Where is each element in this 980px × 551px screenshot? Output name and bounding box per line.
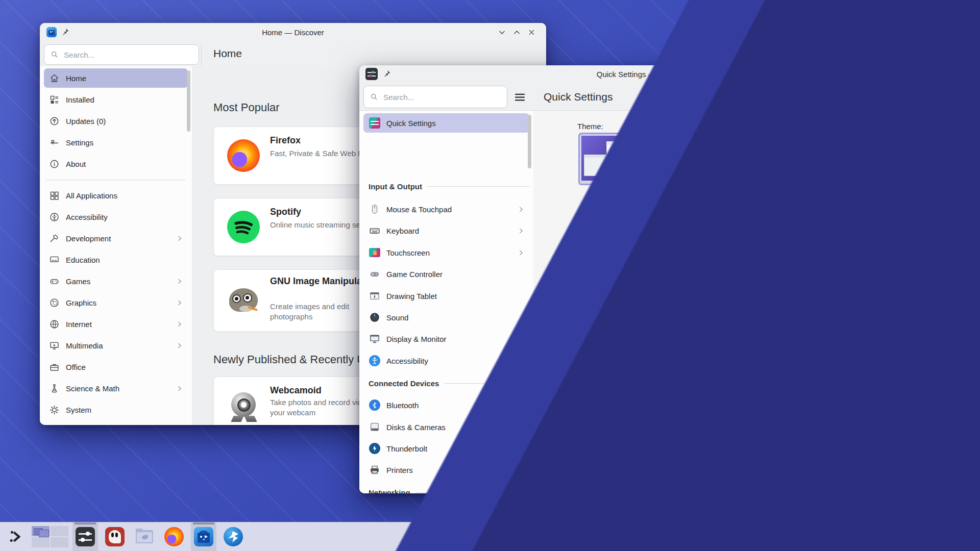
discover-search[interactable] (44, 44, 199, 65)
sidebar-item-games[interactable]: Games (44, 271, 188, 291)
sidebar-item-about[interactable]: About (44, 154, 188, 173)
popup-item-disks-devices[interactable]: Disks & Devices (807, 321, 888, 335)
task-discover[interactable] (191, 522, 216, 551)
sidebar-item-touchscreen[interactable]: Touchscreen (363, 243, 529, 262)
sidebar-scrollbar[interactable] (187, 70, 190, 132)
sidebar-item-accessibility[interactable]: Accessibility (44, 207, 188, 227)
minimize-button[interactable] (901, 68, 916, 80)
ghostwriter-icon (105, 527, 125, 546)
configure-icon[interactable] (901, 239, 912, 251)
app-card-gimp[interactable]: GNU Image Manipulation Create images and… (213, 269, 531, 332)
app-card-firefox[interactable]: Firefox Fast, Private & Safe Web Browser (213, 127, 531, 185)
sidebar-item-graphics[interactable]: Graphics (44, 293, 188, 312)
breeze-thumbnail[interactable] (578, 133, 652, 185)
popup-item-weather[interactable]: Set up Weather Report... (807, 293, 919, 308)
breeze-dark-thumbnail[interactable] (690, 133, 764, 185)
sidebar-item-drawing-tablet[interactable]: Drawing Tablet (363, 286, 529, 306)
pin-icon[interactable] (383, 69, 391, 78)
sidebar-item-development[interactable]: Development (44, 229, 188, 248)
wifi-icon[interactable] (877, 531, 889, 543)
cloud-sync-icon[interactable] (763, 531, 775, 543)
sidebar-item-game-controller[interactable]: Game Controller (363, 264, 529, 284)
maximize-button[interactable] (509, 27, 524, 38)
sidebar-item-office[interactable]: Office (44, 357, 188, 377)
pin-icon[interactable] (61, 28, 69, 36)
task-konqueror[interactable] (220, 522, 246, 551)
popup-item-display-configuration[interactable]: Display Configuration (669, 348, 768, 362)
app-card-webcamoid[interactable]: Webcamoid Take photos and record videos … (213, 377, 531, 425)
theme-option-automatic[interactable] (803, 133, 877, 185)
breeze-dropdown-button[interactable] (652, 133, 670, 186)
volume-icon[interactable] (820, 531, 831, 543)
popup-item-vaults[interactable]: Vaults (669, 293, 713, 308)
maximize-button[interactable] (916, 68, 930, 80)
sidebar-item-science-math[interactable]: Science & Math (44, 379, 188, 398)
sidebar-item-bluetooth[interactable]: Bluetooth (363, 395, 529, 415)
discover-titlebar[interactable]: Home — Discover (40, 23, 546, 41)
sidebar-item-thunderbolt[interactable]: Thunderbolt (363, 439, 529, 458)
notifications-bell-icon[interactable] (725, 531, 737, 543)
wallpaper-button[interactable]: Wallpaper (577, 279, 705, 302)
theme-option-breeze-dark[interactable] (690, 133, 782, 185)
popup-item-bluetooth[interactable]: Bluetooth (669, 321, 725, 335)
k-tray-icon[interactable]: K (857, 531, 870, 543)
settings-sidebar-scrollbar[interactable] (528, 115, 531, 168)
sidebar-item-internet[interactable]: Internet (44, 314, 188, 334)
sidebar-item-accessibility[interactable]: Accessibility (363, 351, 529, 370)
sidebar-item-multimedia[interactable]: Multimedia (44, 336, 188, 355)
user-icon[interactable] (744, 531, 756, 543)
radio-selects-them[interactable] (581, 391, 592, 402)
hamburger-menu-icon[interactable] (513, 91, 526, 104)
sidebar-item-system[interactable]: System (44, 400, 188, 419)
general-behavior-icon (585, 476, 599, 488)
sidebar-item-quick-settings[interactable]: Quick Settings (363, 113, 529, 133)
popup-item-power-battery[interactable]: Power and Battery (807, 348, 896, 362)
sidebar-item-sound[interactable]: Printers Sound (363, 308, 529, 327)
sidebar-item-home[interactable]: Home (44, 68, 188, 88)
virtual-desktop-pager[interactable] (32, 526, 68, 547)
settings-content-scrollbar[interactable] (945, 117, 948, 244)
sidebar-item-installed[interactable]: Installed (44, 90, 188, 109)
breeze-dark-dropdown-button[interactable] (764, 133, 782, 186)
app-card-spotify[interactable]: Spotify Online music streaming service (213, 198, 531, 256)
multimedia-icon (49, 340, 60, 351)
task-firefox[interactable] (161, 522, 187, 551)
sidebar-item-printers[interactable]: Printers (363, 460, 529, 480)
sidebar-item-display-monitor[interactable]: Display & Monitor (363, 329, 529, 348)
close-button[interactable] (930, 68, 945, 80)
chevron-right-icon (518, 424, 524, 431)
settings-search[interactable] (363, 86, 507, 108)
peek-desktop-button[interactable] (960, 531, 975, 543)
pause-inhibit-icon[interactable] (801, 531, 813, 543)
task-system-settings[interactable] (72, 522, 98, 551)
tray-expand-chevron-icon[interactable] (896, 532, 906, 542)
discover-search-input[interactable] (63, 50, 192, 60)
general-behavior-button[interactable]: General Behavior (577, 470, 705, 493)
popup-item-rdp-server[interactable]: RDP Server (669, 266, 734, 280)
slider-handle[interactable] (577, 330, 594, 338)
minimize-button[interactable] (495, 27, 509, 38)
sidebar-item-keyboard[interactable]: Keyboard (363, 221, 529, 240)
popup-item-printers[interactable]: Printers (669, 375, 719, 390)
brightness-icon[interactable] (839, 531, 850, 543)
clipboard-icon[interactable] (782, 531, 794, 543)
app-launcher-button[interactable] (4, 522, 28, 551)
settings-search-input[interactable] (382, 92, 501, 102)
sidebar-item-all-applications[interactable]: All Applications (44, 186, 188, 205)
radio-opens-them[interactable] (581, 418, 592, 428)
digital-clock[interactable]: 23:37 2025-10-16 (913, 528, 948, 546)
task-ghostwriter[interactable] (102, 522, 128, 551)
pin-icon[interactable] (923, 240, 933, 250)
sidebar-item-disks-cameras[interactable]: Disks & Cameras (363, 417, 529, 437)
sidebar-item-updates[interactable]: Updates (0) (44, 111, 188, 131)
close-button[interactable] (524, 27, 539, 38)
bluetooth-toggle[interactable] (503, 400, 524, 411)
sidebar-item-settings[interactable]: Settings (44, 133, 188, 152)
theme-option-breeze[interactable] (578, 133, 670, 185)
sidebar-item-education[interactable]: Education (44, 250, 188, 269)
settings-titlebar[interactable]: Quick Settings — System Settings (359, 65, 950, 83)
automatic-thumbnail[interactable] (803, 133, 877, 185)
task-dolphin[interactable] (132, 522, 157, 551)
popup-item-input-method[interactable]: Input Method (807, 266, 876, 280)
sidebar-item-mouse-touchpad[interactable]: Mouse & Touchpad (363, 199, 529, 219)
